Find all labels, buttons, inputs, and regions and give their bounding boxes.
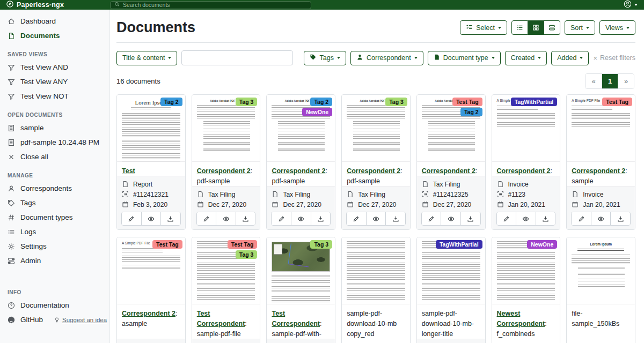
tag-badge[interactable]: Tag 3 xyxy=(385,98,407,106)
tag-badges: Tag 3 xyxy=(310,240,332,249)
view-list-button[interactable] xyxy=(511,20,528,35)
tag-badge[interactable]: TagWithPartial xyxy=(511,98,558,106)
sidebar-item-settings[interactable]: Settings xyxy=(0,239,109,253)
edit-button[interactable] xyxy=(422,212,441,225)
tag-badge[interactable]: Tag 3 xyxy=(236,250,258,259)
reset-filters-button[interactable]: × Reset filters xyxy=(593,54,635,62)
pagination-page-1[interactable]: 1 xyxy=(602,74,618,88)
download-button[interactable] xyxy=(385,212,405,225)
download-button[interactable] xyxy=(536,212,555,225)
tag-badge[interactable]: Tag 2 xyxy=(460,108,482,116)
edit-button[interactable] xyxy=(197,212,216,225)
sidebar-item-admin[interactable]: Admin xyxy=(0,253,109,268)
sidebar-item-correspondents[interactable]: Correspondents xyxy=(0,181,109,196)
sidebar-item-dashboard[interactable]: Dashboard xyxy=(0,14,109,28)
select-button[interactable]: Select xyxy=(460,20,507,35)
sidebar-item-close-all[interactable]: Close all xyxy=(0,150,109,164)
correspondent-link[interactable]: Correspondent 2 xyxy=(347,167,400,175)
correspondent-link[interactable]: Newest Correspondent xyxy=(497,310,545,327)
correspondent-link[interactable]: Test Correspondent xyxy=(122,167,170,176)
edit-button[interactable] xyxy=(272,212,291,225)
pagination-next-button[interactable]: » xyxy=(618,74,634,88)
view-button[interactable] xyxy=(591,212,611,225)
sidebar-item-test-view-any[interactable]: Test View ANY xyxy=(0,74,109,89)
user-menu[interactable] xyxy=(624,0,638,10)
sidebar-item-test-view-and[interactable]: Test View AND xyxy=(0,60,109,74)
document-thumbnail[interactable] xyxy=(342,237,410,304)
tag-badge[interactable]: Tag 3 xyxy=(236,98,258,106)
pagination-prev-button[interactable]: « xyxy=(586,74,602,88)
tag-badge[interactable]: Tag 2 xyxy=(160,98,182,106)
tag-badge[interactable]: TagWithPartial xyxy=(436,240,482,249)
views-button[interactable]: Views xyxy=(599,20,635,35)
sort-button[interactable]: Sort xyxy=(565,20,595,35)
view-button[interactable] xyxy=(366,212,386,225)
correspondent-link[interactable]: Correspondent 2 xyxy=(197,167,251,175)
document-title: Correspondent 2: pdf-sample 10.24.48 PM xyxy=(267,162,335,186)
suggest-an-idea-link[interactable]: Suggest an idea xyxy=(54,317,107,323)
tag-badge[interactable]: Test Tag xyxy=(602,98,632,106)
sidebar-item-test-view-not[interactable]: Test View NOT xyxy=(0,89,109,103)
download-button[interactable] xyxy=(610,212,630,225)
correspondent-link[interactable]: Correspondent 2 xyxy=(497,167,551,175)
card-footer: Tax FilingDec 27, 2020 xyxy=(192,186,260,229)
metadata-value: Report xyxy=(133,181,152,188)
correspondent-link[interactable]: Test Correspondent xyxy=(197,310,245,327)
document-title: Correspondent 2: sample xyxy=(567,162,635,186)
sidebar-item-documents[interactable]: Documents xyxy=(0,28,109,43)
sidebar-item-logs[interactable]: Logs xyxy=(0,225,109,239)
sidebar-item-github[interactable]: GitHubSuggest an idea xyxy=(0,312,109,327)
sidebar-item-label: Documentation xyxy=(20,301,69,309)
correspondent-link[interactable]: Correspondent 2 xyxy=(272,167,325,175)
correspondent-link[interactable]: Correspondent 2 xyxy=(422,167,475,175)
sidebar-item-documentation[interactable]: Documentation xyxy=(0,298,109,312)
tag-badge[interactable]: NewOne xyxy=(527,240,557,249)
github-icon xyxy=(8,316,15,324)
view-button[interactable] xyxy=(441,212,460,225)
edit-button[interactable] xyxy=(497,212,516,225)
correspondent-link[interactable]: Test Correspondent xyxy=(272,310,320,327)
view-button[interactable] xyxy=(291,212,311,225)
correspondent-filter-button[interactable]: Correspondent xyxy=(350,51,423,65)
sidebar-item-sample[interactable]: sample xyxy=(0,121,109,135)
metadata-value: Dec 27, 2020 xyxy=(283,201,321,208)
edit-button[interactable] xyxy=(572,212,591,225)
edit-button[interactable] xyxy=(347,212,366,225)
view-button[interactable] xyxy=(216,212,236,225)
global-search-input[interactable] xyxy=(123,2,307,8)
added-filter-button[interactable]: Added xyxy=(551,51,589,65)
sidebar-item-label: Test View ANY xyxy=(20,78,68,86)
metadata-row: #112412325 xyxy=(421,189,481,199)
download-button[interactable] xyxy=(460,212,480,225)
app-brand[interactable]: Paperless-ngx xyxy=(6,1,110,9)
download-button[interactable] xyxy=(236,212,255,225)
sidebar-item-tags[interactable]: Tags xyxy=(0,196,109,210)
view-details-button[interactable] xyxy=(544,20,560,35)
view-button[interactable] xyxy=(516,212,536,225)
correspondent-link[interactable]: Correspondent 2 xyxy=(122,310,175,317)
search-field-selector[interactable]: Title & content xyxy=(116,51,177,65)
sidebar-item-pdf-sample-10-24-48-pm[interactable]: pdf-sample 10.24.48 PM xyxy=(0,135,109,150)
download-button[interactable] xyxy=(311,212,331,225)
view-button[interactable] xyxy=(141,212,161,225)
document-type-icon xyxy=(347,191,354,198)
tag-badge[interactable]: Test Tag xyxy=(228,240,258,249)
document-card: A Simple PDF FileTest TagCorrespondent 2… xyxy=(566,94,635,230)
tag-badge[interactable]: NewOne xyxy=(302,108,332,116)
tag-badge[interactable]: Test Tag xyxy=(152,240,182,249)
tags-filter-button[interactable]: Tags xyxy=(304,51,346,65)
document-type-filter-button[interactable]: Document type xyxy=(428,51,501,65)
eye-icon xyxy=(597,215,604,222)
correspondent-link[interactable]: Correspondent 2 xyxy=(572,167,625,175)
tag-badge[interactable]: Tag 2 xyxy=(310,98,332,106)
filter-text-input[interactable] xyxy=(181,50,293,65)
tag-badge[interactable]: Test Tag xyxy=(452,98,482,106)
metadata-row: #1123 xyxy=(496,189,556,199)
edit-button[interactable] xyxy=(122,212,141,225)
created-filter-button[interactable]: Created xyxy=(505,51,547,65)
tag-badge[interactable]: Tag 3 xyxy=(310,240,332,249)
download-button[interactable] xyxy=(160,212,180,225)
document-thumbnail[interactable]: Lorem ipsum xyxy=(567,237,635,304)
view-grid-button[interactable] xyxy=(528,20,544,35)
sidebar-item-document-types[interactable]: Document types xyxy=(0,210,109,225)
